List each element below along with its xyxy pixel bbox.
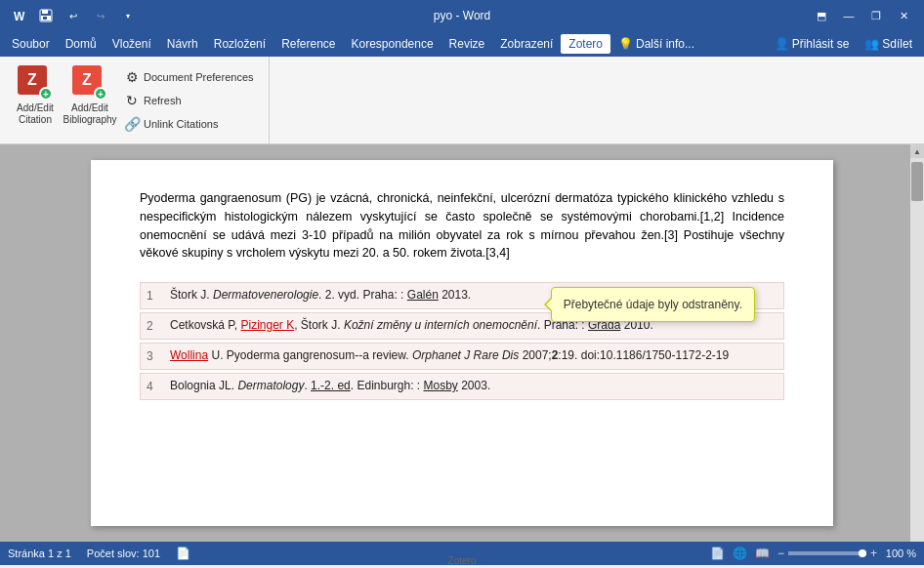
ribbon-group-label: Zotero [0,551,924,566]
window-controls: ⬒ — ❐ ✕ [809,6,916,25]
ribbon-large-buttons: Z + Add/EditCitation Z + Add/EditBibliog… [10,62,115,127]
svg-rect-5 [43,17,47,20]
menu-prihlasit[interactable]: 👤 Přihlásit se [767,34,858,54]
document-page: Pyoderma gangraenosum (PG) je vzácná, ch… [91,160,833,526]
add-edit-citation-button[interactable]: Z + Add/EditCitation [10,62,61,127]
redo-button[interactable]: ↪ [90,5,111,26]
zoom-slider-thumb[interactable] [859,549,866,557]
zoom-slider[interactable] [788,551,866,555]
svg-text:W: W [14,10,25,23]
customize-qat-button[interactable]: ▾ [117,5,139,26]
window-title: pyo - Word [434,9,490,22]
menu-rozlozeni[interactable]: Rozložení [206,34,273,54]
tooltip-text: Přebytečné údaje byly odstraněny. [564,298,742,311]
menu-bar: Soubor Domů Vložení Návrh Rozložení Refe… [0,31,924,57]
preferences-icon: ⚙ [124,69,140,85]
reference-item-4: 4 Bolognia JL. Dermatology. 1.-2. ed. Ed… [140,373,784,400]
lightbulb-icon: 💡 [618,37,633,51]
unlink-citations-button[interactable]: 🔗 Unlink Citations [119,113,259,135]
minimize-button[interactable]: — [836,6,861,25]
refresh-icon: ↻ [124,93,140,108]
menu-zotero[interactable]: Zotero [561,34,610,54]
add-bibliography-label: Add/EditBibliography [63,102,116,126]
menu-navrh[interactable]: Návrh [159,34,206,54]
document-area: Pyoderma gangraenosum (PG) je vzácná, ch… [0,144,924,542]
menu-revize[interactable]: Revize [441,34,493,54]
add-citation-icon: Z + [18,65,53,101]
title-bar: W ↩ ↪ ▾ pyo - Word ⬒ — ❐ ✕ [0,0,924,31]
scroll-up-button[interactable]: ▲ [910,144,924,158]
sdilet-label: Sdílet [882,37,912,51]
read-view-button[interactable]: 📖 [755,547,770,560]
add-bibliography-icon: Z + [72,65,107,101]
prihlasit-label: Přihlásit se [792,37,850,51]
ribbon-toggle-button[interactable]: ⬒ [809,6,834,25]
menu-korespondence[interactable]: Korespondence [344,34,441,54]
ribbon: Z + Add/EditCitation Z + Add/EditBibliog… [0,57,924,144]
ref-text-3: Wollina U. Pyoderma gangrenosum--a revie… [170,347,729,364]
zotero-ribbon-group: Z + Add/EditCitation Z + Add/EditBibliog… [0,57,270,143]
reference-item-3: 3 Wollina U. Pyoderma gangrenosum--a rev… [140,343,784,370]
refresh-label: Refresh [144,95,182,106]
document-preferences-button[interactable]: ⚙ Document Preferences [119,66,259,88]
zoom-in-button[interactable]: + [870,547,877,560]
dalsi-info-label: Další info... [636,37,694,51]
tooltip-bubble: Přebytečné údaje byly odstraněny. [551,287,755,322]
unlink-citations-label: Unlink Citations [144,118,218,130]
refresh-button[interactable]: ↻ Refresh [119,90,259,111]
share-icon: 👥 [864,37,879,51]
unlink-icon: 🔗 [124,116,140,132]
title-bar-left: W ↩ ↪ ▾ [8,5,139,26]
ref-num-1: 1 [147,287,162,304]
svg-rect-3 [42,10,48,14]
restore-button[interactable]: ❐ [863,6,889,25]
ref-num-2: 2 [147,317,162,335]
undo-button[interactable]: ↩ [63,5,84,26]
menu-domu[interactable]: Domů [58,34,105,54]
add-citation-label: Add/EditCitation [17,102,54,126]
ref-text-1: Štork J. Dermatovenerologie. 2. vyd. Pra… [170,287,471,304]
add-edit-bibliography-button[interactable]: Z + Add/EditBibliography [64,62,115,127]
web-view-button[interactable]: 🌐 [733,547,747,560]
ref-text-4: Bolognia JL. Dermatology. 1.-2. ed. Edin… [170,378,490,394]
menu-vlozeni[interactable]: Vložení [105,34,159,54]
scroll-thumb[interactable] [911,162,923,201]
ribbon-small-buttons: ⚙ Document Preferences ↻ Refresh 🔗 Unlin… [119,62,259,135]
menu-soubor[interactable]: Soubor [4,34,58,54]
close-button[interactable]: ✕ [891,6,916,25]
print-view-button[interactable]: 📄 [710,547,725,560]
account-icon: 👤 [775,37,789,51]
ref-num-3: 3 [147,347,162,365]
menu-dalsi-info[interactable]: 💡 Další info... [610,34,702,54]
menu-sdilet[interactable]: 👥 Sdílet [857,34,920,54]
body-text: Pyoderma gangraenosum (PG) je vzácná, ch… [140,189,784,263]
zoom-out-button[interactable]: − [777,547,784,560]
save-button[interactable] [35,5,57,26]
menu-zobrazeni[interactable]: Zobrazení [492,34,561,54]
menu-reference[interactable]: Reference [273,34,343,54]
app-icon: W [8,5,29,26]
ref-num-4: 4 [147,378,162,395]
document-preferences-label: Document Preferences [144,71,254,83]
vertical-scrollbar[interactable]: ▲ [910,144,924,542]
